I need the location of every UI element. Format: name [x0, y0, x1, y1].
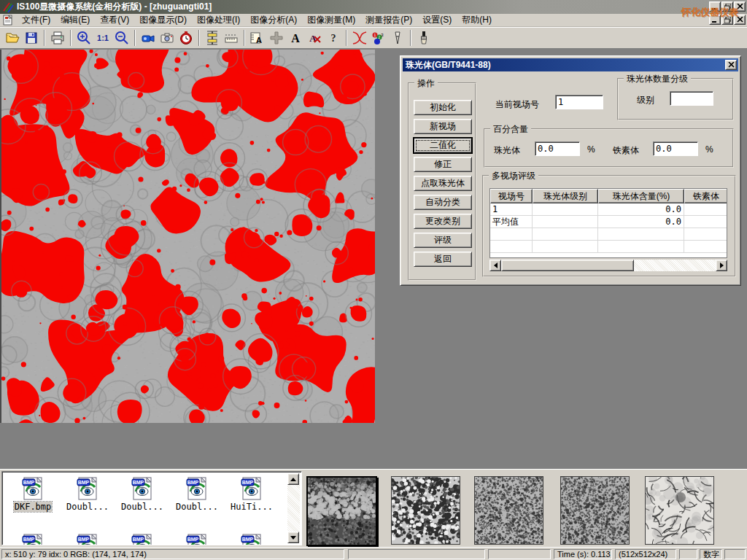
text-annotate-button[interactable]: A [286, 28, 305, 47]
file-list[interactable]: BMP DKF.bmp BMP Doubl... BMP Doubl... BM… [1, 471, 302, 545]
file-name[interactable]: HuiTi... [230, 502, 274, 512]
snapshot-camera-button[interactable] [158, 28, 177, 47]
menu-edit[interactable]: 编辑(E) [55, 13, 95, 27]
time-panel: Time (s): 0.113 [554, 549, 612, 559]
operations-group-label: 操作 [414, 77, 438, 90]
pearlite-percent-input[interactable]: 0.0 [535, 141, 580, 156]
svg-text:BMP: BMP [187, 480, 199, 485]
menu-settings[interactable]: 设置(S) [417, 13, 457, 27]
print-button[interactable] [48, 28, 67, 47]
bmp-file-icon: BMP [75, 475, 100, 502]
file-name[interactable]: Doubl... [66, 502, 109, 512]
metallographic-image-binarized[interactable] [0, 50, 375, 423]
actual-size-button[interactable]: 1:1 [93, 28, 112, 47]
level-input[interactable] [670, 91, 713, 106]
scrollbar-thumb[interactable] [501, 260, 634, 271]
ruler-horizontal-button[interactable] [222, 28, 241, 47]
file-item[interactable]: BMP [61, 532, 114, 545]
col-pearlite-level[interactable]: 珠光体级别 [533, 189, 598, 203]
move-cross-button[interactable] [267, 28, 286, 47]
file-item[interactable]: BMP HuiTi... [225, 475, 278, 512]
menu-image-analysis[interactable]: 图像分析(A) [245, 13, 302, 27]
col-ferrite[interactable]: 铁素体 [684, 189, 727, 203]
help-button[interactable]: ? [324, 28, 343, 47]
rate-button[interactable]: 评级 [414, 233, 472, 248]
pick-pearlite-button[interactable]: 点取珠光体 [414, 176, 472, 191]
file-list-scrollbar[interactable] [287, 473, 300, 543]
scrollbar-track[interactable] [501, 260, 716, 271]
auto-classify-button[interactable]: 自动分类 [414, 195, 472, 210]
scroll-up-button[interactable] [287, 473, 299, 485]
menu-help[interactable]: 帮助(H) [457, 13, 497, 27]
scroll-right-button[interactable] [716, 260, 727, 271]
new-field-button[interactable]: 新视场 [414, 119, 472, 134]
menu-image-display[interactable]: 图像显示(D) [134, 13, 192, 27]
svg-text:?: ? [331, 33, 336, 44]
operations-group: 操作 初始化 新视场 二值化 修正 点取珠光体 自动分类 更改类别 评级 返回 [408, 82, 476, 281]
brush-tool-button[interactable] [414, 28, 433, 47]
zoom-out-button[interactable] [112, 28, 131, 47]
menu-image-processing[interactable]: 图像处理(I) [192, 13, 245, 27]
current-field-input[interactable]: 1 [555, 95, 603, 109]
zoom-in-button[interactable] [74, 28, 93, 47]
table-row[interactable]: 1 0.0 [490, 203, 727, 216]
table-row-empty [490, 241, 727, 253]
menu-measure-report[interactable]: 测量报告(P) [360, 13, 417, 27]
thumbnail-high-contrast[interactable] [391, 476, 460, 545]
correct-button[interactable]: 修正 [414, 157, 472, 172]
thumbnail-fine-speckle-a[interactable] [474, 476, 543, 545]
menu-image-measure[interactable]: 图像测量(M) [302, 13, 360, 27]
svg-text:BMP: BMP [242, 480, 254, 485]
file-name[interactable]: DKF.bmp [14, 502, 53, 512]
rating-table[interactable]: 视场号 珠光体级别 珠光体含量(%) 铁素体 1 0.0 平均值 [489, 188, 727, 258]
file-item[interactable]: BMP Doubl... [116, 475, 169, 512]
dialog-close-button[interactable] [725, 60, 737, 70]
timer-button[interactable] [177, 28, 196, 47]
col-pearlite-content[interactable]: 珠光体含量(%) [598, 189, 684, 203]
curve-tool-button[interactable] [350, 28, 369, 47]
dialog-title-bar[interactable]: 珠光体(GB/T9441-88) [403, 58, 738, 71]
file-item[interactable]: BMP DKF.bmp [7, 475, 59, 512]
file-name[interactable]: Doubl... [120, 502, 164, 512]
toolbar-separator [44, 30, 45, 46]
svg-text:A: A [291, 32, 300, 44]
ferrite-percent-input[interactable]: 0.0 [653, 141, 698, 156]
status-panel-blank [724, 549, 746, 559]
bmp-file-icon: BMP [185, 532, 209, 545]
open-folder-button[interactable] [3, 28, 22, 47]
file-item[interactable]: BMP [225, 532, 278, 545]
binarize-button[interactable]: 二值化 [414, 138, 472, 153]
application-window: IS100显微摄像系统(金相分析版) - [zhuguangti01] 怀化仪器… [0, 0, 747, 560]
file-item[interactable]: BMP [171, 532, 223, 545]
window-title: IS100显微摄像系统(金相分析版) - [zhuguangti01] [17, 1, 212, 13]
col-field-number[interactable]: 视场号 [490, 189, 533, 203]
change-class-button[interactable]: 更改类别 [414, 214, 472, 229]
file-item[interactable]: BMP Doubl... [61, 475, 114, 512]
svg-text:BMP: BMP [187, 537, 199, 542]
file-item[interactable]: BMP Doubl... [171, 475, 223, 512]
menu-file[interactable]: 文件(F) [17, 13, 55, 27]
table-row[interactable]: 平均值 0.0 [490, 216, 727, 228]
thumbnail-fine-speckle-b[interactable] [560, 476, 630, 545]
save-button[interactable] [22, 28, 41, 47]
count-points-button[interactable]: 123 [369, 28, 388, 47]
file-item[interactable]: BMP [7, 532, 59, 545]
text-delete-button[interactable]: A [305, 28, 324, 47]
scroll-down-button[interactable] [287, 532, 299, 543]
file-name[interactable]: Doubl... [175, 502, 219, 512]
document-icon[interactable] [2, 15, 14, 26]
pen-tool-button[interactable] [388, 28, 407, 47]
ferrite-label: 铁素体 [613, 144, 639, 157]
thumbnail-dark-banded[interactable] [306, 476, 377, 546]
return-button[interactable]: 返回 [414, 252, 472, 267]
calibrate-ruler-button[interactable]: A [248, 28, 267, 47]
video-camera-button[interactable] [139, 28, 158, 47]
svg-text:3: 3 [381, 33, 384, 37]
initialize-button[interactable]: 初始化 [414, 100, 472, 115]
file-item[interactable]: BMP [116, 532, 169, 545]
caliper-vertical-button[interactable] [203, 28, 222, 47]
menu-view[interactable]: 查看(V) [95, 13, 134, 27]
table-horizontal-scrollbar[interactable] [489, 260, 727, 271]
scroll-left-button[interactable] [489, 260, 501, 271]
thumbnail-graphite-flakes[interactable] [645, 476, 714, 545]
